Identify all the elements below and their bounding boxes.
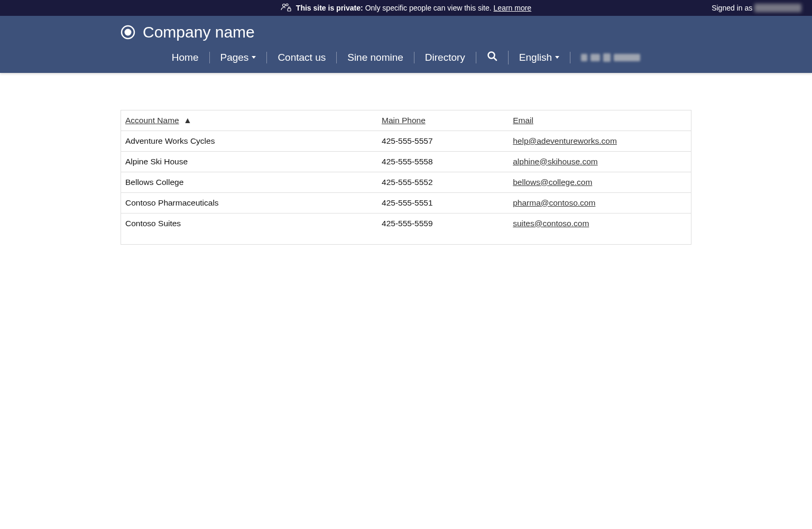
main-nav: Home Pages Contact us Sine nomine Direct…	[121, 51, 691, 73]
cell-account-name: Bellows College	[121, 172, 378, 192]
cell-main-phone: 425-555-5551	[377, 192, 509, 213]
cell-main-phone: 425-555-5557	[377, 131, 509, 151]
chevron-down-icon	[555, 56, 559, 59]
nav-pages-label: Pages	[220, 52, 249, 64]
nav-user[interactable]	[570, 53, 651, 62]
nav-directory[interactable]: Directory	[414, 52, 476, 64]
learn-more-link[interactable]: Learn more	[494, 4, 532, 12]
column-header-email[interactable]: Email	[509, 110, 691, 131]
svg-point-4	[125, 29, 132, 36]
nav-search[interactable]	[476, 51, 509, 64]
svg-line-6	[494, 58, 496, 61]
cell-email: alphine@skihouse.com	[509, 151, 691, 172]
email-link[interactable]: bellows@college.com	[513, 178, 592, 187]
search-icon	[487, 51, 497, 64]
table-row: Alpine Ski House425-555-5558alphine@skih…	[121, 151, 691, 172]
people-lock-icon	[281, 3, 294, 13]
email-link[interactable]: pharma@contoso.com	[513, 198, 595, 207]
nav-sine-label: Sine nomine	[347, 52, 403, 64]
cell-account-name: Contoso Suites	[121, 213, 378, 244]
accounts-table: Account Name ▲ Main Phone Email Adventur…	[121, 110, 691, 245]
nav-contact-label: Contact us	[278, 52, 326, 64]
brand-logo-icon	[121, 25, 135, 40]
email-link[interactable]: suites@contoso.com	[513, 219, 589, 228]
nav-language-label: English	[519, 52, 552, 64]
column-header-main-phone[interactable]: Main Phone	[377, 110, 509, 131]
chevron-down-icon	[252, 56, 256, 59]
cell-email: suites@contoso.com	[509, 213, 691, 244]
svg-point-1	[286, 4, 288, 6]
cell-email: pharma@contoso.com	[509, 192, 691, 213]
table-row: Adventure Works Cycles425-555-5557help@a…	[121, 131, 691, 151]
svg-rect-2	[288, 8, 291, 11]
column-header-email-link[interactable]: Email	[513, 116, 533, 125]
site-header: Company name Home Pages Contact us Sine …	[0, 16, 812, 73]
cell-main-phone: 425-555-5552	[377, 172, 509, 192]
company-name: Company name	[143, 23, 255, 41]
column-header-account-name[interactable]: Account Name ▲	[121, 110, 378, 131]
nav-contact-us[interactable]: Contact us	[267, 52, 337, 64]
nav-home[interactable]: Home	[161, 52, 210, 64]
nav-home-label: Home	[172, 52, 199, 64]
column-header-account-name-link[interactable]: Account Name	[125, 116, 179, 125]
nav-sine-nomine[interactable]: Sine nomine	[337, 52, 414, 64]
signed-in-label: Signed in as	[712, 4, 752, 12]
email-link[interactable]: help@adeventureworks.com	[513, 136, 617, 145]
cell-account-name: Alpine Ski House	[121, 151, 378, 172]
nav-language[interactable]: English	[509, 52, 570, 64]
banner-title: This site is private:	[296, 4, 363, 12]
svg-point-0	[282, 4, 285, 6]
email-link[interactable]: alphine@skihouse.com	[513, 157, 598, 166]
cell-account-name: Contoso Pharmaceuticals	[121, 192, 378, 213]
main-content: Account Name ▲ Main Phone Email Adventur…	[115, 110, 697, 245]
table-row: Contoso Suites425-555-5559suites@contoso…	[121, 213, 691, 244]
cell-email: bellows@college.com	[509, 172, 691, 192]
cell-email: help@adeventureworks.com	[509, 131, 691, 151]
brand[interactable]: Company name	[121, 23, 691, 51]
private-site-banner: This site is private: Only specific peop…	[0, 0, 812, 16]
nav-directory-label: Directory	[425, 52, 465, 64]
banner-message: Only specific people can view this site.	[365, 4, 492, 12]
signed-in-user: xxxxx xx xxxx	[754, 4, 801, 12]
cell-main-phone: 425-555-5558	[377, 151, 509, 172]
cell-main-phone: 425-555-5559	[377, 213, 509, 244]
table-row: Bellows College425-555-5552bellows@colle…	[121, 172, 691, 192]
table-row: Contoso Pharmaceuticals425-555-5551pharm…	[121, 192, 691, 213]
column-header-main-phone-link[interactable]: Main Phone	[382, 116, 426, 125]
sort-ascending-icon: ▲	[183, 116, 192, 125]
cell-account-name: Adventure Works Cycles	[121, 131, 378, 151]
nav-pages[interactable]: Pages	[210, 52, 267, 64]
